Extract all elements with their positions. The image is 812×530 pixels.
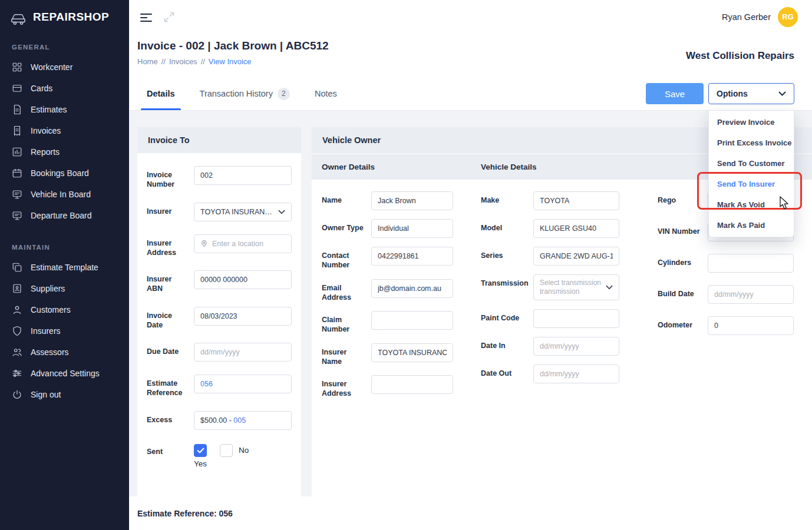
owner-insurer-name-input[interactable] xyxy=(371,343,453,362)
sidebar-item-workcenter[interactable]: Workcenter xyxy=(0,57,129,78)
menu-item-print-excess-invoice[interactable]: Print Excess Invoice xyxy=(709,132,794,153)
owner-name-input[interactable] xyxy=(371,191,453,210)
sidebar-item-label: Invoices xyxy=(31,126,61,135)
estimate-reference-field: Estimate Reference xyxy=(147,375,292,398)
due-date-input[interactable] xyxy=(194,343,292,362)
odometer-field: Odometer xyxy=(658,316,794,335)
sent-no-label: No xyxy=(239,446,249,455)
invoice-date-input[interactable] xyxy=(194,307,292,326)
avatar[interactable]: RG xyxy=(778,7,798,27)
save-button[interactable]: Save xyxy=(646,83,704,104)
bar-chart-icon xyxy=(12,147,22,157)
insurer-address-label: Insurer Address xyxy=(147,234,194,258)
odometer-label: Odometer xyxy=(658,316,708,335)
breadcrumb-current[interactable]: View Invoice xyxy=(209,57,252,66)
sidebar-item-insurers[interactable]: Insurers xyxy=(0,320,129,342)
sidebar-item-vehicle-in-board[interactable]: Vehicle In Board xyxy=(0,184,129,205)
excess-value-box[interactable]: $500.00 - 005 xyxy=(194,411,292,430)
sidebar-item-advanced-settings[interactable]: Advanced Settings xyxy=(0,363,129,384)
contact-number-input[interactable] xyxy=(371,247,453,266)
claim-number-label: Claim Number xyxy=(322,311,371,334)
sidebar-item-assessors[interactable]: Assessors xyxy=(0,342,129,363)
estimate-reference-input[interactable] xyxy=(194,375,292,393)
card-icon xyxy=(12,83,22,94)
insurer-select[interactable]: TOYOTA INSURANCE xyxy=(194,203,292,221)
cylinders-input[interactable] xyxy=(708,254,794,273)
email-address-field: Email Address xyxy=(322,279,474,303)
insurer-address-input[interactable] xyxy=(212,235,285,253)
sidebar-item-suppliers[interactable]: Suppliers xyxy=(0,278,129,299)
sidebar-item-invoices[interactable]: Invoices xyxy=(0,120,129,141)
insurer-abn-field: Insurer ABN xyxy=(147,270,292,294)
tab-notes[interactable]: Notes xyxy=(309,77,343,110)
date-out-input[interactable] xyxy=(533,365,619,383)
sidebar-item-label: Bookings Board xyxy=(31,168,89,178)
location-pin-icon xyxy=(200,240,208,247)
tab-transaction-history[interactable]: Transaction History 2 xyxy=(194,77,296,110)
claim-number-input[interactable] xyxy=(371,311,453,330)
sent-yes-checkbox[interactable] xyxy=(194,444,207,457)
make-field: Make xyxy=(481,191,649,210)
menu-item-preview-invoice[interactable]: Preview Invoice xyxy=(709,112,794,132)
fullscreen-icon[interactable] xyxy=(163,11,175,23)
tab-details[interactable]: Details xyxy=(141,77,181,110)
invoice-to-title: Invoice To xyxy=(137,127,301,153)
transmission-label: Transmission xyxy=(481,274,533,300)
owner-type-field: Owner Type xyxy=(322,219,474,238)
model-input[interactable] xyxy=(533,219,619,238)
date-in-input[interactable] xyxy=(533,337,619,356)
sidebar-item-sign-out[interactable]: Sign out xyxy=(0,384,129,405)
insurer-abn-input[interactable] xyxy=(194,270,292,289)
invoice-number-input[interactable] xyxy=(194,166,292,185)
options-button-label: Options xyxy=(717,89,748,98)
transmission-field: Transmission Select transmission transmi… xyxy=(481,274,649,300)
breadcrumb-invoices[interactable]: Invoices xyxy=(169,57,197,66)
owner-type-input[interactable] xyxy=(371,219,453,238)
odometer-input[interactable] xyxy=(708,316,794,335)
paint-code-label: Paint Code xyxy=(481,309,533,328)
breadcrumb-home[interactable]: Home xyxy=(137,57,158,66)
sidebar-item-cards[interactable]: Cards xyxy=(0,78,129,99)
contact-number-label: Contact Number xyxy=(322,247,371,270)
menu-item-send-to-customer[interactable]: Send To Customer xyxy=(709,153,794,174)
menu-item-mark-as-paid[interactable]: Mark As Paid xyxy=(709,215,794,236)
build-date-label: Build Date xyxy=(658,285,708,304)
owner-insurer-address-field: Insurer Address xyxy=(322,375,474,399)
menu-item-send-to-insurer[interactable]: Send To Insurer xyxy=(709,174,794,194)
sliders-icon xyxy=(12,368,22,379)
insurer-select-value: TOYOTA INSURANCE xyxy=(200,208,275,216)
document-icon xyxy=(12,104,22,115)
user-menu[interactable]: Ryan Gerber RG xyxy=(722,7,798,27)
sidebar-item-estimates[interactable]: Estimates xyxy=(0,99,129,120)
paint-code-input[interactable] xyxy=(533,309,619,328)
insurer-address-field: Insurer Address xyxy=(147,234,292,258)
sidebar-item-label: Estimate Template xyxy=(31,263,98,272)
sidebar-item-estimate-template[interactable]: Estimate Template xyxy=(0,257,129,278)
sidebar-item-label: Estimates xyxy=(31,105,67,114)
sidebar-toggle-icon[interactable] xyxy=(140,12,153,22)
grid-icon xyxy=(12,62,22,72)
brand-logo[interactable]: REPAIRSHOP xyxy=(0,0,129,37)
owner-insurer-address-input[interactable] xyxy=(371,375,453,394)
sidebar-item-departure-board[interactable]: Departure Board xyxy=(0,205,129,226)
sidebar-item-bookings-board[interactable]: Bookings Board xyxy=(0,163,129,184)
date-out-label: Date Out xyxy=(481,365,533,383)
build-date-input[interactable] xyxy=(708,285,794,304)
transmission-select[interactable]: Select transmission transmission xyxy=(533,274,619,300)
tabs-bar: Details Transaction History 2 Notes Save… xyxy=(129,77,812,111)
claim-number-field: Claim Number xyxy=(322,311,474,334)
options-button[interactable]: Options xyxy=(708,83,794,104)
owner-details-title: Owner Details xyxy=(312,163,481,171)
make-input[interactable] xyxy=(533,191,619,210)
sidebar-item-reports[interactable]: Reports xyxy=(0,141,129,163)
menu-item-mark-as-void[interactable]: Mark As Void xyxy=(709,194,794,215)
model-field: Model xyxy=(481,219,649,238)
email-address-input[interactable] xyxy=(371,279,453,298)
series-input[interactable] xyxy=(533,247,619,266)
invoice-number-label: Invoice Number xyxy=(147,166,194,190)
excess-reference-link[interactable]: 005 xyxy=(233,416,246,425)
sidebar-item-customers[interactable]: Customers xyxy=(0,299,129,320)
tab-notes-label: Notes xyxy=(315,89,337,98)
options-dropdown-menu: Preview Invoice Print Excess Invoice Sen… xyxy=(708,111,794,237)
sent-no-checkbox[interactable] xyxy=(220,444,233,457)
